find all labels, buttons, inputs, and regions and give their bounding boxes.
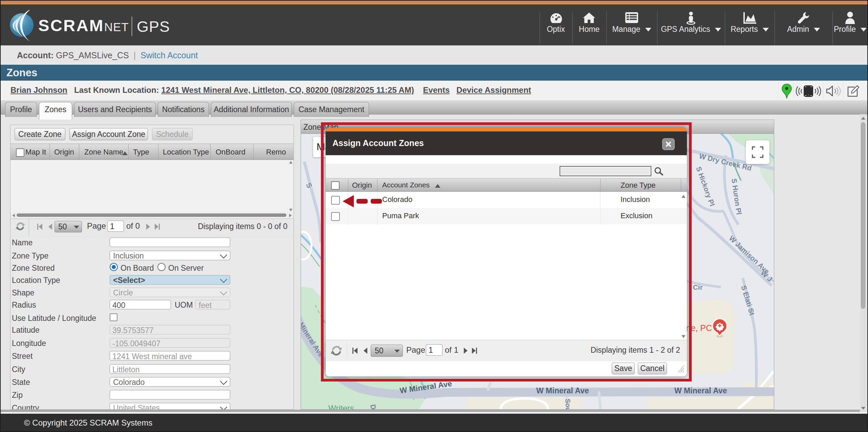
svg-text:Writers: Writers bbox=[328, 404, 354, 409]
svg-text:W Mineral Ave: W Mineral Ave bbox=[536, 386, 589, 395]
svg-text:S Elati St: S Elati St bbox=[740, 284, 756, 316]
svg-text:W Mineral Ave: W Mineral Ave bbox=[674, 386, 727, 395]
svg-text:S Huron Pl: S Huron Pl bbox=[730, 178, 743, 215]
svg-text:Sout: Sout bbox=[564, 398, 572, 409]
svg-text:S Hickory Pl: S Hickory Pl bbox=[695, 166, 716, 207]
svg-text:Dr: Dr bbox=[369, 404, 378, 409]
